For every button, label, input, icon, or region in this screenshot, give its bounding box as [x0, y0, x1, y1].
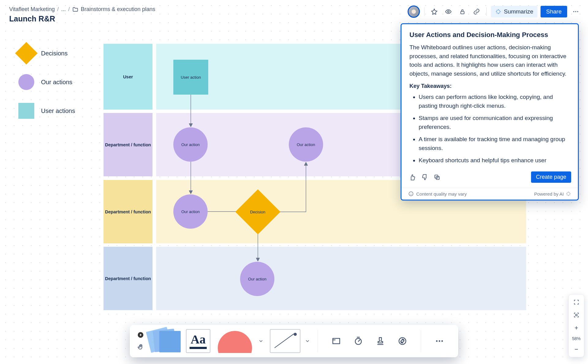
- sparkle-icon: [495, 9, 501, 15]
- shape-tool-chevron[interactable]: [256, 329, 266, 353]
- diamond-icon: [15, 42, 38, 65]
- zoom-percent: 58%: [572, 336, 581, 341]
- ai-bullet: Users can perform actions like locking, …: [419, 92, 570, 111]
- thumbs-down-icon[interactable]: [420, 173, 429, 182]
- sparkle-icon: [566, 191, 571, 197]
- thumbs-up-icon[interactable]: [408, 173, 417, 182]
- line-tool-chevron[interactable]: [303, 329, 312, 353]
- toolbar-divider: [318, 330, 318, 352]
- line-tool[interactable]: [270, 329, 300, 353]
- ai-actions: Create page: [401, 171, 578, 188]
- sticky-note-tool[interactable]: [148, 329, 180, 353]
- ai-bullet-list: Users can perform actions like locking, …: [409, 92, 570, 165]
- zoom-palette: 58%: [568, 294, 584, 357]
- info-icon: [408, 191, 414, 197]
- fit-to-screen-icon[interactable]: [571, 310, 582, 320]
- more-icon[interactable]: [570, 6, 581, 17]
- svg-point-14: [441, 340, 443, 342]
- breadcrumb-sep2: /: [68, 6, 70, 13]
- share-button[interactable]: Share: [541, 6, 567, 17]
- legend: Decisions Our actions User actions: [18, 45, 75, 132]
- legend-label: Decisions: [41, 50, 68, 57]
- center-view-icon[interactable]: [571, 298, 582, 307]
- text-tool-label: Aa: [191, 333, 206, 346]
- divider: [424, 7, 424, 16]
- star-icon[interactable]: [429, 6, 440, 17]
- lock-icon[interactable]: [457, 6, 468, 17]
- watch-icon[interactable]: [443, 6, 454, 17]
- svg-point-4: [577, 11, 578, 12]
- copy-icon[interactable]: [433, 173, 441, 182]
- svg-point-0: [447, 11, 449, 13]
- lane-label-dept2: Department / function: [104, 180, 153, 243]
- zoom-out-icon[interactable]: [571, 345, 582, 354]
- ai-title: User Actions and Decision-Making Process: [409, 31, 570, 39]
- text-tool[interactable]: Aa: [186, 329, 210, 353]
- svg-point-2: [573, 11, 574, 12]
- ai-quality-note: Content quality may vary: [416, 191, 467, 197]
- shape-tool[interactable]: [215, 329, 254, 353]
- ai-summary-text: The Whiteboard outlines user actions, de…: [409, 43, 570, 78]
- lane-label-user: User: [104, 44, 153, 110]
- summarize-label: Summarize: [504, 8, 533, 15]
- divider: [486, 7, 487, 16]
- ai-key-takeaways-heading: Key Takeaways:: [409, 83, 570, 89]
- present-icon[interactable]: [135, 330, 146, 340]
- zoom-in-icon[interactable]: [571, 323, 582, 332]
- ai-summary-panel: User Actions and Decision-Making Process…: [401, 23, 579, 201]
- svg-rect-15: [576, 314, 577, 316]
- avatar[interactable]: [408, 6, 420, 18]
- breadcrumb-folder[interactable]: Brainstorms & execution plans: [81, 6, 155, 13]
- folder-icon: [72, 6, 78, 13]
- breadcrumb-sep1: /: [57, 6, 59, 13]
- svg-point-11: [399, 338, 406, 345]
- circle-icon: [18, 74, 34, 90]
- timer-tool-icon[interactable]: [352, 334, 365, 348]
- legend-user-actions: User actions: [18, 103, 75, 119]
- ai-bullet: Stamps are used for communication and ex…: [419, 114, 570, 132]
- legend-our-actions: Our actions: [18, 74, 75, 90]
- legend-label: User actions: [41, 107, 75, 114]
- svg-rect-9: [333, 338, 340, 344]
- square-icon: [18, 103, 34, 119]
- lane-label-dept3: Department / function: [104, 247, 153, 310]
- legend-decisions: Decisions: [18, 45, 75, 61]
- svg-rect-1: [461, 11, 464, 14]
- hand-pan-icon[interactable]: [135, 342, 146, 352]
- toolbar-more-icon[interactable]: [433, 334, 446, 348]
- svg-point-12: [436, 340, 438, 342]
- node-our-action-1[interactable]: Our action: [173, 127, 208, 162]
- breadcrumb-root[interactable]: Vitafleet Marketing: [9, 6, 55, 13]
- header-actions: Summarize Share: [408, 6, 581, 18]
- link-embed-tool-icon[interactable]: [396, 334, 409, 348]
- create-page-button[interactable]: Create page: [531, 171, 571, 183]
- bottom-toolbar: Aa: [130, 325, 458, 357]
- lane-dept3[interactable]: Department / function: [104, 247, 526, 310]
- lane-label-dept1: Department / function: [104, 113, 153, 176]
- svg-point-3: [575, 11, 576, 12]
- ai-footer: Content quality may vary Powered by AI: [401, 188, 578, 200]
- svg-point-13: [439, 340, 440, 342]
- section-tool-icon[interactable]: [330, 334, 343, 348]
- ai-bullet: Keyboard shortcuts and helpful tips enha…: [419, 156, 570, 165]
- ai-powered-by: Powered by AI: [534, 191, 564, 197]
- node-user-action[interactable]: User action: [173, 60, 208, 95]
- legend-label: Our actions: [41, 79, 72, 86]
- link-icon[interactable]: [471, 6, 482, 17]
- node-our-action-3[interactable]: Our action: [173, 194, 208, 229]
- ai-bullet: A timer is available for tracking time a…: [419, 135, 570, 153]
- node-our-action-2[interactable]: Our action: [289, 127, 323, 162]
- summarize-button[interactable]: Summarize: [491, 6, 537, 17]
- toolbar-divider: [421, 330, 421, 352]
- stamp-tool-icon[interactable]: [374, 334, 387, 348]
- breadcrumb-mid[interactable]: ...: [61, 6, 66, 13]
- node-our-action-4[interactable]: Our action: [240, 262, 274, 296]
